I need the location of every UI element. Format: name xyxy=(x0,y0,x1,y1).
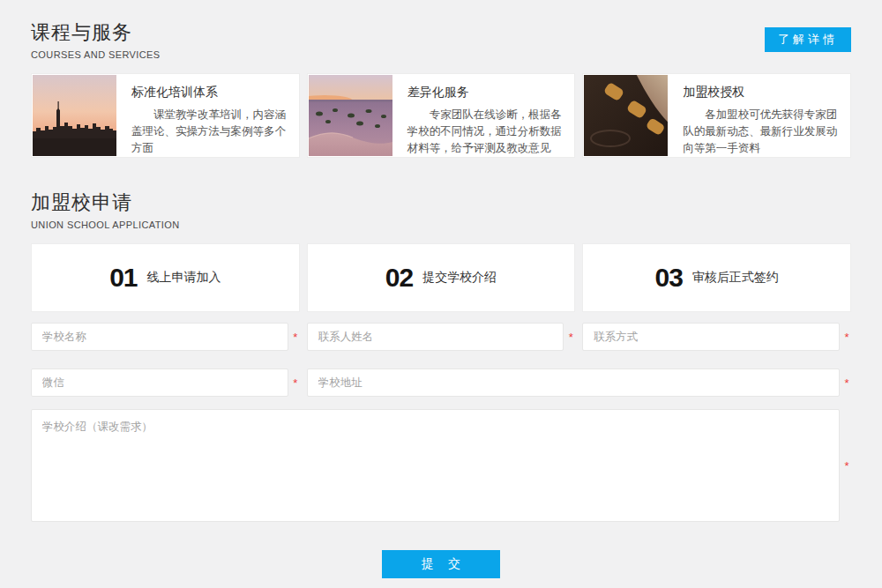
step-number: 01 xyxy=(109,263,137,293)
course-card-training-system: 标准化培训体系 课堂教学改革培训，内容涵盖理论、实操方法与案例等多个方面 xyxy=(31,73,300,158)
course-card-desc: 课堂教学改革培训，内容涵盖理论、实操方法与案例等多个方面 xyxy=(131,107,288,156)
step-card-sign-contract: 03 审核后正式签约 xyxy=(582,243,851,312)
course-card-desc: 各加盟校可优先获得专家团队的最新动态、最新行业发展动向等第一手资料 xyxy=(683,107,839,156)
form-row-1: * * * xyxy=(31,323,851,351)
course-card-title: 加盟校授权 xyxy=(683,85,839,100)
field-group-contact-name: * xyxy=(307,323,576,351)
school-address-input[interactable] xyxy=(307,368,840,397)
courses-title: 课程与服务 xyxy=(31,19,161,46)
required-asterisk: * xyxy=(291,331,300,343)
required-asterisk: * xyxy=(291,377,300,389)
city-skyline-sunset-image xyxy=(33,75,116,156)
courses-titles: 课程与服务 COURSES AND SERVICES xyxy=(31,19,161,60)
field-group-contact-phone: * xyxy=(582,323,851,351)
wechat-input[interactable] xyxy=(31,368,288,397)
application-steps-row: 01 线上申请加入 02 提交学校介绍 03 审核后正式签约 xyxy=(31,243,851,312)
application-title: 加盟校申请 xyxy=(31,190,180,216)
courses-section-header: 课程与服务 COURSES AND SERVICES 了解详情 xyxy=(31,19,851,60)
step-card-apply-online: 01 线上申请加入 xyxy=(31,243,300,312)
course-card-body: 标准化培训体系 课堂教学改革培训，内容涵盖理论、实操方法与案例等多个方面 xyxy=(117,74,299,157)
submit-button[interactable]: 提 交 xyxy=(382,550,500,578)
application-section-header: 加盟校申请 UNION SCHOOL APPLICATION xyxy=(31,190,851,230)
field-group-school-address: * xyxy=(307,368,851,397)
course-card-desc: 专家团队在线诊断，根据各学校的不同情况，通过分析数据材料等，给予评测及教改意见 xyxy=(407,107,564,156)
application-titles: 加盟校申请 UNION SCHOOL APPLICATION xyxy=(31,190,180,230)
contact-phone-input[interactable] xyxy=(582,323,840,351)
submit-row: 提 交 xyxy=(31,550,851,578)
required-asterisk: * xyxy=(842,331,851,343)
step-number: 03 xyxy=(654,263,682,293)
page: 课程与服务 COURSES AND SERVICES 了解详情 xyxy=(0,19,882,578)
course-cards-row: 标准化培训体系 课堂教学改革培训，内容涵盖理论、实操方法与案例等多个方面 xyxy=(31,73,851,158)
desert-dunes-dusk-image xyxy=(309,75,392,156)
course-card-body: 差异化服务 专家团队在线诊断，根据各学校的不同情况，通过分析数据材料等，给予评测… xyxy=(393,74,575,157)
step-label: 提交学校介绍 xyxy=(422,270,497,286)
required-asterisk: * xyxy=(566,331,575,343)
film-strip-closeup-image xyxy=(584,75,668,156)
course-card-title: 标准化培训体系 xyxy=(131,85,288,100)
step-card-submit-intro: 02 提交学校介绍 xyxy=(307,243,576,312)
course-card-franchise-authorization: 加盟校授权 各加盟校可优先获得专家团队的最新动态、最新行业发展动向等第一手资料 xyxy=(582,73,851,158)
learn-more-button[interactable]: 了解详情 xyxy=(765,27,851,52)
courses-subtitle: COURSES AND SERVICES xyxy=(31,49,161,60)
required-asterisk: * xyxy=(842,460,851,472)
school-intro-textarea[interactable] xyxy=(31,409,840,522)
course-card-body: 加盟校授权 各加盟校可优先获得专家团队的最新动态、最新行业发展动向等第一手资料 xyxy=(669,74,850,157)
application-subtitle: UNION SCHOOL APPLICATION xyxy=(31,220,180,230)
field-group-wechat: * xyxy=(31,368,300,397)
course-card-differentiated-service: 差异化服务 专家团队在线诊断，根据各学校的不同情况，通过分析数据材料等，给予评测… xyxy=(307,73,576,158)
field-group-school-name: * xyxy=(31,323,300,351)
step-number: 02 xyxy=(385,263,413,293)
application-form: * * * * * * 提 交 xyxy=(31,323,851,578)
required-asterisk: * xyxy=(842,377,851,389)
course-card-title: 差异化服务 xyxy=(407,85,564,100)
form-row-2: * * xyxy=(31,368,851,397)
step-label: 审核后正式签约 xyxy=(692,270,779,286)
contact-name-input[interactable] xyxy=(307,323,564,351)
step-label: 线上申请加入 xyxy=(147,270,221,286)
field-group-school-intro: * xyxy=(31,409,851,522)
school-name-input[interactable] xyxy=(31,323,288,351)
